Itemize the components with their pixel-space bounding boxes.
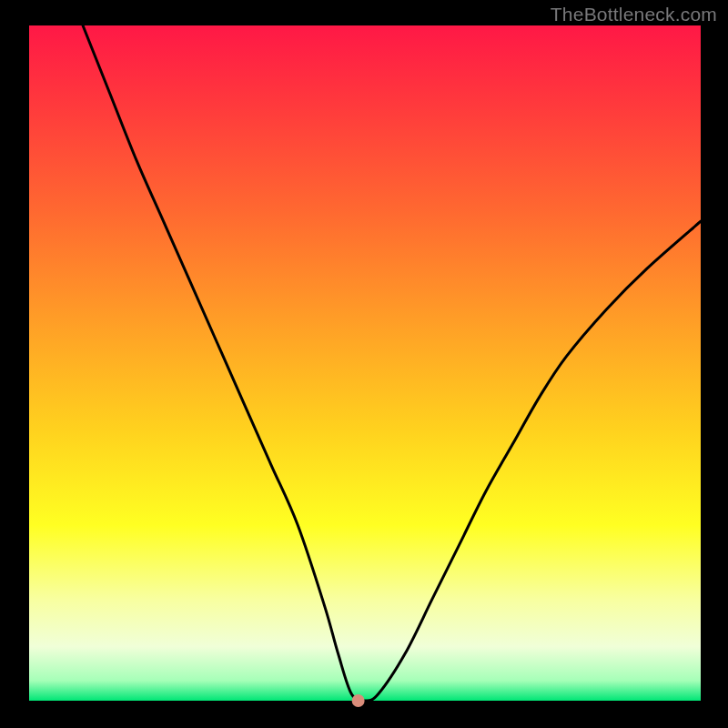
plot-background <box>29 25 701 701</box>
watermark-text: TheBottleneck.com <box>551 4 717 25</box>
chart-canvas <box>0 0 728 728</box>
minimum-marker <box>352 694 365 707</box>
chart-frame: { "watermark": "TheBottleneck.com", "cha… <box>0 0 728 728</box>
